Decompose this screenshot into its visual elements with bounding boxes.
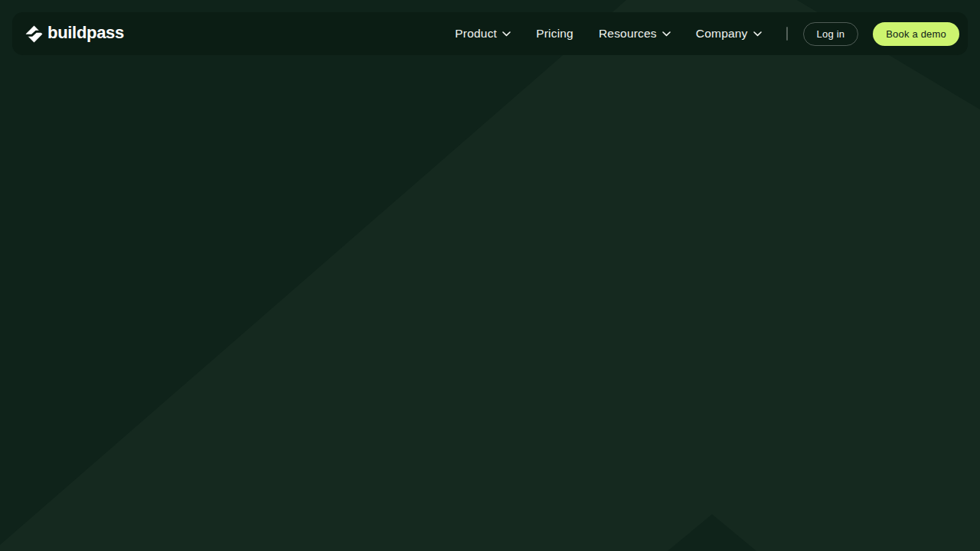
background-pattern [0,0,980,551]
top-navbar: buildpass Product Pricing Resources Comp… [12,12,968,55]
nav-item-resources[interactable]: Resources [599,27,671,41]
login-button[interactable]: Log in [803,22,859,46]
book-demo-button[interactable]: Book a demo [873,22,959,46]
nav-links: Product Pricing Resources Company [455,27,761,41]
nav-divider [786,27,788,41]
nav-item-label: Resources [599,27,657,41]
chevron-down-icon [502,31,511,37]
nav-item-company[interactable]: Company [696,27,762,41]
nav-item-product[interactable]: Product [455,27,511,41]
nav-item-label: Product [455,27,497,41]
nav-item-label: Company [696,27,748,41]
nav-item-label: Pricing [536,27,573,41]
chevron-down-icon [753,31,762,37]
nav-item-pricing[interactable]: Pricing [536,27,573,41]
buildpass-logo-icon [25,25,43,43]
navbar-right-group: Product Pricing Resources Company [455,22,959,46]
brand-name: buildpass [47,24,124,43]
chevron-down-icon [662,31,671,37]
brand-logo[interactable]: buildpass [25,24,124,43]
